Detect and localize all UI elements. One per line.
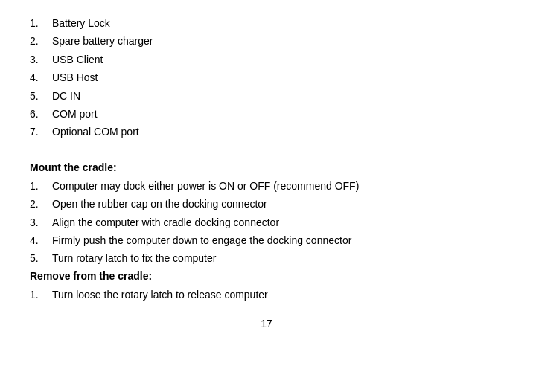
list-number: 3. (30, 51, 52, 68)
page-number-text: 17 (261, 318, 272, 330)
list-item: 4. Firmly push the computer down to enga… (30, 232, 503, 248)
remove-title-text: Remove from the cradle: (30, 270, 152, 282)
list-text: Turn loose the rotary latch to release c… (52, 286, 268, 303)
list-text: Align the computer with cradle docking c… (52, 214, 279, 231)
list-number: 1. (30, 286, 52, 303)
list-text: Optional COM port (52, 123, 139, 140)
remove-title: Remove from the cradle: (30, 270, 503, 282)
list-text: Open the rubber cap on the docking conne… (52, 196, 267, 212)
list-text: USB Client (52, 51, 103, 68)
list-number: 6. (30, 106, 52, 122)
list-number: 4. (30, 232, 52, 248)
mount-list: 1. Computer may dock either power is ON … (30, 178, 503, 267)
list-text: DC IN (52, 88, 80, 104)
list-text: USB Host (52, 69, 98, 86)
list-text: Firmly push the computer down to engage … (52, 232, 351, 248)
list-text: Spare battery charger (52, 33, 153, 49)
list-number: 4. (30, 69, 52, 86)
list-item: 5. DC IN (30, 88, 503, 104)
list-text: Turn rotary latch to fix the computer (52, 250, 216, 266)
component-list: 1. Battery Lock 2. Spare battery charger… (30, 15, 503, 141)
list-number: 7. (30, 123, 52, 140)
list-text: Battery Lock (52, 15, 110, 31)
mount-title: Mount the cradle: (30, 161, 503, 173)
mount-title-text: Mount the cradle: (30, 161, 117, 173)
list-item: 3. USB Client (30, 51, 503, 68)
page-number: 17 (30, 318, 503, 330)
list-item: 3. Align the computer with cradle dockin… (30, 214, 503, 231)
list-number: 1. (30, 178, 52, 194)
list-item: 2. Spare battery charger (30, 33, 503, 49)
remove-list: 1. Turn loose the rotary latch to releas… (30, 286, 503, 303)
list-item: 1. Turn loose the rotary latch to releas… (30, 286, 503, 303)
list-text: Computer may dock either power is ON or … (52, 178, 359, 194)
list-text: COM port (52, 106, 98, 122)
list-number: 3. (30, 214, 52, 231)
list-number: 5. (30, 88, 52, 104)
list-number: 2. (30, 196, 52, 212)
list-number: 5. (30, 250, 52, 266)
list-item: 1. Computer may dock either power is ON … (30, 178, 503, 194)
list-item: 4. USB Host (30, 69, 503, 86)
list-item: 5. Turn rotary latch to fix the computer (30, 250, 503, 266)
list-number: 2. (30, 33, 52, 49)
list-item: 7. Optional COM port (30, 123, 503, 140)
list-item: 2. Open the rubber cap on the docking co… (30, 196, 503, 212)
list-item: 6. COM port (30, 106, 503, 122)
list-item: 1. Battery Lock (30, 15, 503, 31)
list-number: 1. (30, 15, 52, 31)
mount-section: Mount the cradle: 1. Computer may dock e… (30, 161, 503, 267)
